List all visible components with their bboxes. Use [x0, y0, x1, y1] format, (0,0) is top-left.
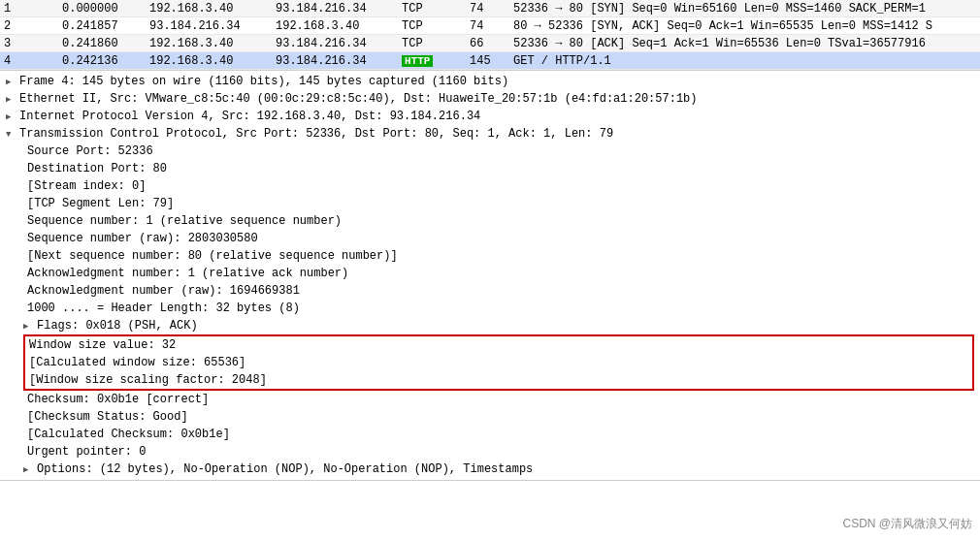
expand-arrow [6, 75, 19, 88]
tcp-flags-field[interactable]: ▶ Flags: 0x018 (PSH, ACK) [0, 317, 980, 334]
packet-time: 0.242136 [62, 54, 149, 68]
window-size-highlight-box: Window size value: 32 [Calculated window… [23, 334, 974, 391]
packet-no: 4 [4, 54, 62, 68]
packet-no: 2 [4, 19, 62, 33]
window-scaling-factor: [Window size scaling factor: 2048] [25, 371, 972, 389]
ip-section[interactable]: Internet Protocol Version 4, Src: 192.16… [0, 108, 980, 125]
packet-detail: Frame 4: 145 bytes on wire (1160 bits), … [0, 71, 980, 481]
ip-text: Internet Protocol Version 4, Src: 192.16… [19, 110, 480, 123]
tcp-field: Acknowledgment number (raw): 1694669381 [0, 282, 980, 300]
packet-info: 52336 → 80 [ACK] Seq=1 Ack=1 Win=65536 L… [513, 37, 976, 50]
tcp-field: Destination Port: 80 [0, 160, 980, 177]
packet-dst: 192.168.3.40 [276, 19, 402, 33]
packet-row[interactable]: 2 0.241857 93.184.216.34 192.168.3.40 TC… [0, 17, 980, 35]
packet-info: GET / HTTP/1.1 [513, 54, 976, 68]
packet-len: 66 [470, 37, 513, 50]
watermark: CSDN @清风微浪又何妨 [842, 516, 972, 532]
packet-row[interactable]: 3 0.241860 192.168.3.40 93.184.216.34 TC… [0, 35, 980, 52]
tcp-text: Transmission Control Protocol, Src Port:… [19, 127, 613, 141]
packet-len: 145 [470, 54, 513, 68]
packet-src: 93.184.216.34 [149, 19, 276, 33]
packet-src: 192.168.3.40 [149, 2, 276, 16]
expand-arrow [6, 127, 19, 141]
tcp-field: Source Port: 52336 [0, 143, 980, 160]
packet-dst: 93.184.216.34 [276, 37, 402, 50]
packet-list: 1 0.000000 192.168.3.40 93.184.216.34 TC… [0, 0, 980, 71]
tcp-field: Checksum: 0x0b1e [correct] [0, 391, 980, 408]
packet-dst: 93.184.216.34 [276, 2, 402, 16]
packet-info: 52336 → 80 [SYN] Seq=0 Win=65160 Len=0 M… [513, 2, 976, 16]
tcp-section[interactable]: Transmission Control Protocol, Src Port:… [0, 125, 980, 143]
window-size-value: Window size value: 32 [25, 336, 972, 354]
packet-len: 74 [470, 19, 513, 33]
tcp-field: [Calculated Checksum: 0x0b1e] [0, 426, 980, 443]
frame-section[interactable]: Frame 4: 145 bytes on wire (1160 bits), … [0, 73, 980, 90]
packet-info: 80 → 52336 [SYN, ACK] Seq=0 Ack=1 Win=65… [513, 19, 976, 33]
expand-arrow [6, 92, 19, 106]
tcp-field: Urgent pointer: 0 [0, 443, 980, 461]
ethernet-text: Ethernet II, Src: VMware_c8:5c:40 (00:0c… [19, 92, 698, 106]
tcp-field: [TCP Segment Len: 79] [0, 195, 980, 212]
options-arrow: ▶ [23, 464, 37, 475]
packet-proto: HTTP [402, 54, 470, 68]
packet-time: 0.000000 [62, 2, 149, 16]
tcp-field: [Checksum Status: Good] [0, 408, 980, 426]
packet-time: 0.241860 [62, 37, 149, 50]
calculated-window-size: [Calculated window size: 65536] [25, 354, 972, 371]
packet-proto: TCP [402, 37, 470, 50]
packet-dst: 93.184.216.34 [276, 54, 402, 68]
packet-row[interactable]: 1 0.000000 192.168.3.40 93.184.216.34 TC… [0, 0, 980, 17]
packet-proto: TCP [402, 19, 470, 33]
http-badge: HTTP [402, 55, 433, 67]
packet-proto: TCP [402, 2, 470, 16]
tcp-field: [Stream index: 0] [0, 177, 980, 195]
packet-row-selected[interactable]: 4 0.242136 192.168.3.40 93.184.216.34 HT… [0, 52, 980, 70]
flags-arrow: ▶ [23, 321, 37, 332]
tcp-field: [Next sequence number: 80 (relative sequ… [0, 247, 980, 265]
tcp-options-field[interactable]: ▶ Options: (12 bytes), No-Operation (NOP… [0, 461, 980, 478]
tcp-field: Sequence number (raw): 2803030580 [0, 230, 980, 247]
ethernet-section[interactable]: Ethernet II, Src: VMware_c8:5c:40 (00:0c… [0, 90, 980, 108]
frame-text: Frame 4: 145 bytes on wire (1160 bits), … [19, 75, 508, 88]
expand-arrow [6, 110, 19, 123]
packet-len: 74 [470, 2, 513, 16]
packet-src: 192.168.3.40 [149, 37, 276, 50]
packet-no: 1 [4, 2, 62, 16]
tcp-field: 1000 .... = Header Length: 32 bytes (8) [0, 300, 980, 317]
packet-src: 192.168.3.40 [149, 54, 276, 68]
tcp-field: Acknowledgment number: 1 (relative ack n… [0, 265, 980, 282]
packet-no: 3 [4, 37, 62, 50]
packet-time: 0.241857 [62, 19, 149, 33]
tcp-field: Sequence number: 1 (relative sequence nu… [0, 212, 980, 230]
